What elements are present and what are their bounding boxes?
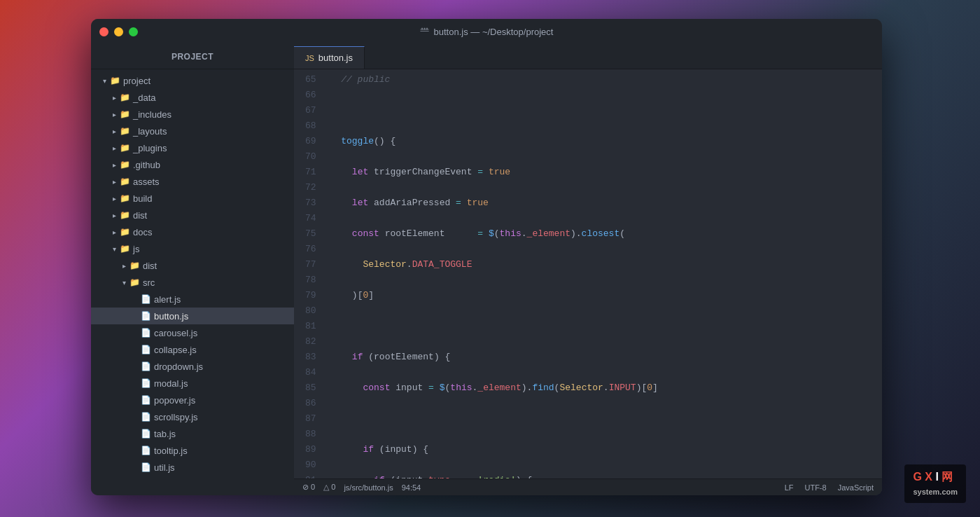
- svg-rect-3: [424, 28, 426, 30]
- file-tree[interactable]: ▾ 📁 project ▸ 📁 _data ▸ 📁 _includes: [91, 69, 294, 495]
- folder-open-icon: 📁: [129, 277, 140, 288]
- language[interactable]: JavaScript: [838, 483, 874, 492]
- sidebar-item-build[interactable]: ▸ 📁 build: [91, 190, 294, 207]
- error-count: ⊘ 0: [302, 483, 315, 492]
- chevron-right-icon: ▸: [109, 193, 119, 203]
- folder-icon: 📁: [119, 142, 130, 153]
- sidebar-item-dist[interactable]: ▸ 📁 dist: [91, 207, 294, 223]
- file-icon: 📄: [140, 462, 151, 473]
- sidebar-item-collapse-js[interactable]: ▸ 📄 collapse.js: [91, 341, 294, 358]
- tab-button-js[interactable]: JS button.js: [294, 46, 365, 69]
- editor-area: JS button.js 65 66 67 68 69 70 71 72 73 …: [294, 44, 882, 495]
- chevron-down-icon: ▾: [119, 277, 129, 287]
- sidebar-item-project[interactable]: ▾ 📁 project: [91, 72, 294, 89]
- chevron-right-icon: ▸: [109, 160, 119, 170]
- sidebar-item-button-js[interactable]: ▸ 📄 button.js: [91, 308, 294, 324]
- maximize-button[interactable]: [129, 27, 138, 36]
- file-icon: 📄: [140, 445, 151, 456]
- chevron-right-icon: ▸: [109, 210, 119, 220]
- sidebar-item-tab-js[interactable]: ▸ 📄 tab.js: [91, 425, 294, 442]
- sidebar-item-docs[interactable]: ▸ 📁 docs: [91, 223, 294, 240]
- file-path: js/src/button.js: [344, 483, 393, 492]
- file-icon: 📄: [140, 378, 151, 389]
- file-icon: 📄: [140, 344, 151, 355]
- folder-icon: 📁: [119, 209, 130, 221]
- svg-rect-1: [420, 31, 428, 32]
- warning-icon: △: [323, 483, 329, 491]
- editor-window: button.js — ~/Desktop/project Project ▾ …: [91, 19, 882, 495]
- sidebar-item-js-dist[interactable]: ▸ 📁 dist: [91, 257, 294, 274]
- sidebar-item-data[interactable]: ▸ 📁 _data: [91, 89, 294, 106]
- folder-icon: 📁: [119, 125, 130, 137]
- code-editor[interactable]: 65 66 67 68 69 70 71 72 73 74 75 76 77 7…: [294, 69, 882, 478]
- sidebar-item-alert-js[interactable]: ▸ 📄 alert.js: [91, 291, 294, 308]
- folder-icon: 📁: [119, 193, 130, 204]
- sidebar-item-scrollspy-js[interactable]: ▸ 📄 scrollspy.js: [91, 408, 294, 425]
- folder-open-icon: 📁: [119, 243, 130, 254]
- minimize-button[interactable]: [114, 27, 123, 36]
- folder-icon: 📁: [129, 260, 140, 271]
- sidebar-item-tooltip-js[interactable]: ▸ 📄 tooltip.js: [91, 442, 294, 459]
- sidebar-item-includes[interactable]: ▸ 📁 _includes: [91, 106, 294, 123]
- warning-count: △ 0: [323, 483, 335, 492]
- titlebar: button.js — ~/Desktop/project: [91, 19, 882, 44]
- chevron-down-icon: ▾: [109, 244, 119, 254]
- chevron-right-icon: ▸: [109, 109, 119, 119]
- encoding[interactable]: UTF-8: [804, 483, 826, 492]
- chevron-right-icon: ▸: [109, 177, 119, 186]
- sidebar-item-dropdown-js[interactable]: ▸ 📄 dropdown.js: [91, 358, 294, 375]
- line-ending[interactable]: LF: [785, 483, 794, 492]
- folder-icon: 📁: [119, 226, 130, 237]
- file-icon: 📄: [140, 411, 151, 422]
- chevron-right-icon: ▸: [119, 261, 129, 270]
- statusbar-right: LF UTF-8 JavaScript: [785, 483, 874, 492]
- sidebar-item-layouts[interactable]: ▸ 📁 _layouts: [91, 123, 294, 139]
- file-icon: 📄: [140, 428, 151, 439]
- svg-rect-2: [421, 28, 423, 30]
- file-tab-icon: JS: [305, 54, 314, 62]
- close-button[interactable]: [99, 27, 108, 36]
- file-icon: 📄: [140, 310, 151, 322]
- sidebar-item-assets[interactable]: ▸ 📁 assets: [91, 173, 294, 190]
- sidebar-item-popover-js[interactable]: ▸ 📄 popover.js: [91, 392, 294, 408]
- sidebar: Project ▾ 📁 project ▸ 📁 _data: [91, 44, 294, 495]
- sidebar-item-js-src[interactable]: ▾ 📁 src: [91, 274, 294, 291]
- cursor-position: 94:54: [402, 483, 421, 492]
- chevron-right-icon: ▸: [109, 227, 119, 237]
- statusbar: ⊘ 0 △ 0 js/src/button.js 94:54 LF UTF-8 …: [294, 478, 882, 495]
- window-title: button.js — ~/Desktop/project: [420, 27, 554, 37]
- sidebar-header: Project: [91, 44, 294, 69]
- folder-icon: 📁: [119, 109, 130, 120]
- statusbar-left: ⊘ 0 △ 0 js/src/button.js 94:54: [302, 483, 421, 492]
- folder-open-icon: 📁: [109, 75, 120, 86]
- folder-icon: 📁: [119, 159, 130, 170]
- tab-bar: JS button.js: [294, 44, 882, 69]
- chevron-right-icon: ▸: [109, 143, 119, 153]
- chevron-down-icon: ▾: [99, 76, 109, 85]
- svg-rect-4: [426, 28, 428, 30]
- watermark-text: G X I 网 system.com: [913, 470, 958, 497]
- watermark: G X I 网 system.com: [904, 464, 966, 503]
- main-area: Project ▾ 📁 project ▸ 📁 _data: [91, 44, 882, 495]
- chevron-right-icon: ▸: [109, 126, 119, 136]
- error-icon: ⊘: [302, 483, 309, 491]
- sidebar-item-modal-js[interactable]: ▸ 📄 modal.js: [91, 375, 294, 392]
- sidebar-item-carousel-js[interactable]: ▸ 📄 carousel.js: [91, 324, 294, 341]
- sidebar-item-github[interactable]: ▸ 📁 .github: [91, 156, 294, 173]
- file-icon: 📄: [140, 327, 151, 338]
- folder-icon: 📁: [119, 176, 130, 187]
- chevron-right-icon: ▸: [109, 92, 119, 102]
- traffic-lights: [99, 27, 138, 36]
- sidebar-item-plugins[interactable]: ▸ 📁 _plugins: [91, 139, 294, 156]
- file-icon: 📄: [140, 294, 151, 305]
- sidebar-item-util-js[interactable]: ▸ 📄 util.js: [91, 459, 294, 476]
- file-icon: 📄: [140, 361, 151, 372]
- line-numbers: 65 66 67 68 69 70 71 72 73 74 75 76 77 7…: [294, 69, 325, 478]
- file-icon: 📄: [140, 394, 151, 406]
- sidebar-item-js[interactable]: ▾ 📁 js: [91, 240, 294, 257]
- code-text[interactable]: // public toggle() { let triggerChangeEv…: [325, 69, 882, 478]
- folder-icon: 📁: [119, 92, 130, 103]
